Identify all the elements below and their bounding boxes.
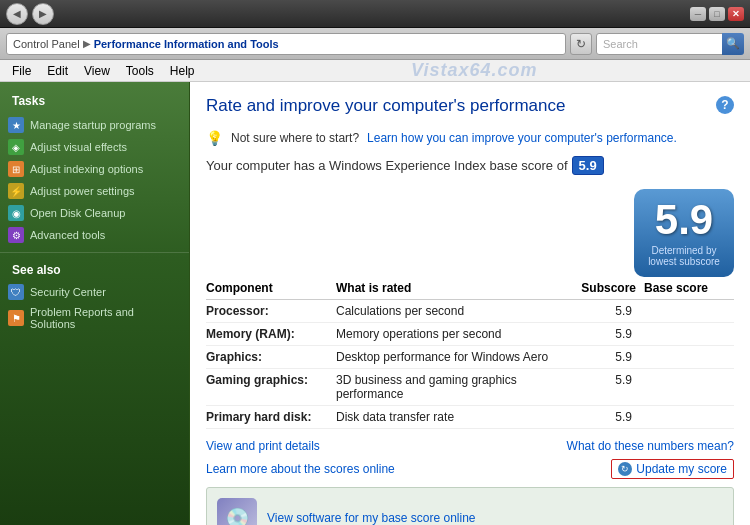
row-component-3: Gaming graphics: [206, 369, 336, 406]
search-area: Search 🔍 [596, 33, 744, 55]
path-root: Control Panel [13, 38, 80, 50]
bottom-panel: 💿 View software for my base score online [206, 487, 734, 525]
row-subscore-0: 5.9 [574, 300, 644, 323]
row-rated-3: 3D business and gaming graphics performa… [336, 369, 574, 406]
row-component-1: Memory (RAM): [206, 323, 336, 346]
base-score-text: Your computer has a Windows Experience I… [206, 158, 568, 173]
tip-text: Not sure where to start? [231, 131, 359, 145]
search-input[interactable]: Search [596, 33, 726, 55]
table-row: Graphics: Desktop performance for Window… [206, 346, 734, 369]
score-table: Component What is rated Subscore Base sc… [206, 277, 734, 429]
back-button[interactable]: ◀ [6, 3, 28, 25]
score-widget: 5.9 Determined by lowest subscore [634, 189, 734, 277]
sidebar-item-cleanup[interactable]: ◉ Open Disk Cleanup [0, 202, 189, 224]
advanced-icon: ⚙ [8, 227, 24, 243]
sidebar-item-problem-reports[interactable]: ⚑ Problem Reports and Solutions [0, 303, 189, 333]
sidebar: Tasks ★ Manage startup programs ◈ Adjust… [0, 82, 190, 525]
lightbulb-icon: 💡 [206, 130, 223, 146]
row-component-2: Graphics: [206, 346, 336, 369]
row-subscore-1: 5.9 [574, 323, 644, 346]
search-button[interactable]: 🔍 [722, 33, 744, 55]
col-subscore: Subscore [574, 277, 644, 300]
widget-score: 5.9 [644, 199, 724, 241]
menu-edit[interactable]: Edit [39, 62, 76, 80]
col-rated: What is rated [336, 277, 574, 300]
update-icon: ↻ [618, 462, 632, 476]
col-component: Component [206, 277, 336, 300]
update-score-button[interactable]: ↻ Update my score [611, 459, 734, 479]
menu-view[interactable]: View [76, 62, 118, 80]
row-rated-0: Calculations per second [336, 300, 574, 323]
indexing-icon: ⊞ [8, 161, 24, 177]
row-subscore-3: 5.9 [574, 369, 644, 406]
path-separator-1: ▶ [83, 38, 91, 49]
sidebar-item-visual[interactable]: ◈ Adjust visual effects [0, 136, 189, 158]
forward-button[interactable]: ▶ [32, 3, 54, 25]
base-score-badge: 5.9 [572, 156, 604, 175]
row-rated-4: Disk data transfer rate [336, 406, 574, 429]
table-wrapper: 5.9 Determined by lowest subscore Compon… [206, 187, 734, 429]
address-field[interactable]: Control Panel ▶ Performance Information … [6, 33, 566, 55]
table-row: Processor: Calculations per second 5.9 [206, 300, 734, 323]
maximize-button[interactable]: □ [709, 7, 725, 21]
table-row: Primary hard disk: Disk data transfer ra… [206, 406, 734, 429]
base-score-row: Your computer has a Windows Experience I… [206, 156, 734, 175]
tasks-label: Tasks [0, 90, 189, 114]
startup-icon: ★ [8, 117, 24, 133]
menu-bar: File Edit View Tools Help Vistax64.com [0, 60, 750, 82]
update-row: Learn more about the scores online ↻ Upd… [206, 459, 734, 479]
sidebar-item-indexing[interactable]: ⊞ Adjust indexing options [0, 158, 189, 180]
software-icon: 💿 [217, 498, 257, 525]
software-link[interactable]: View software for my base score online [267, 511, 476, 525]
menu-tools[interactable]: Tools [118, 62, 162, 80]
main-layout: Tasks ★ Manage startup programs ◈ Adjust… [0, 82, 750, 525]
title-bar-left: ◀ ▶ [6, 3, 54, 25]
visual-icon: ◈ [8, 139, 24, 155]
path-current: Performance Information and Tools [94, 38, 279, 50]
row-component-0: Processor: [206, 300, 336, 323]
learn-more-link[interactable]: Learn more about the scores online [206, 462, 395, 476]
sidebar-item-security[interactable]: 🛡 Security Center [0, 281, 189, 303]
address-bar: Control Panel ▶ Performance Information … [0, 28, 750, 60]
menu-file[interactable]: File [4, 62, 39, 80]
row-rated-2: Desktop performance for Windows Aero [336, 346, 574, 369]
links-row-1: View and print details What do these num… [206, 439, 734, 453]
row-subscore-4: 5.9 [574, 406, 644, 429]
window-controls: ─ □ ✕ [690, 7, 744, 21]
close-button[interactable]: ✕ [728, 7, 744, 21]
see-also-label: See also [0, 259, 189, 281]
sidebar-item-advanced[interactable]: ⚙ Advanced tools [0, 224, 189, 246]
cleanup-icon: ◉ [8, 205, 24, 221]
power-icon: ⚡ [8, 183, 24, 199]
row-rated-1: Memory operations per second [336, 323, 574, 346]
row-basescore-0 [644, 300, 734, 323]
what-numbers-link[interactable]: What do these numbers mean? [567, 439, 734, 453]
help-button[interactable]: ? [716, 96, 734, 114]
row-basescore-3 [644, 369, 734, 406]
row-basescore-1 [644, 323, 734, 346]
content-header: Rate and improve your computer's perform… [206, 96, 734, 122]
content-area: Rate and improve your computer's perform… [190, 82, 750, 525]
menu-help[interactable]: Help [162, 62, 203, 80]
view-print-link[interactable]: View and print details [206, 439, 320, 453]
watermark: Vistax64.com [203, 60, 746, 81]
col-basescore: Base score [644, 277, 734, 300]
row-basescore-2 [644, 346, 734, 369]
page-title: Rate and improve your computer's perform… [206, 96, 565, 116]
widget-label: Determined by lowest subscore [644, 245, 724, 267]
security-icon: 🛡 [8, 284, 24, 300]
sidebar-divider [0, 252, 189, 253]
refresh-button[interactable]: ↻ [570, 33, 592, 55]
row-subscore-2: 5.9 [574, 346, 644, 369]
row-basescore-4 [644, 406, 734, 429]
row-component-4: Primary hard disk: [206, 406, 336, 429]
tip-link[interactable]: Learn how you can improve your computer'… [367, 131, 677, 145]
sidebar-item-startup[interactable]: ★ Manage startup programs [0, 114, 189, 136]
table-row: Gaming graphics: 3D business and gaming … [206, 369, 734, 406]
tip-row: 💡 Not sure where to start? Learn how you… [206, 130, 734, 146]
sidebar-item-power[interactable]: ⚡ Adjust power settings [0, 180, 189, 202]
table-row: Memory (RAM): Memory operations per seco… [206, 323, 734, 346]
title-bar: ◀ ▶ ─ □ ✕ [0, 0, 750, 28]
reports-icon: ⚑ [8, 310, 24, 326]
minimize-button[interactable]: ─ [690, 7, 706, 21]
